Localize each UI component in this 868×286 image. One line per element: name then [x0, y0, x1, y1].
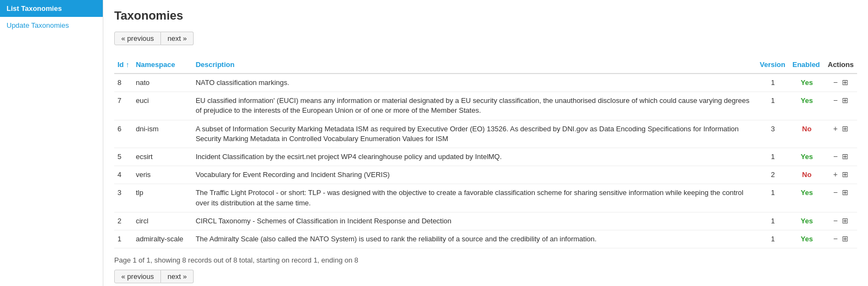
- cell-id: 3: [114, 184, 133, 212]
- sidebar-active-item: List Taxonomies: [0, 0, 103, 17]
- cell-description: The Traffic Light Protocol - or short: T…: [193, 184, 757, 212]
- cell-namespace: admiralty-scale: [133, 230, 193, 248]
- cell-version: 1: [757, 74, 789, 92]
- cell-enabled: No: [789, 166, 824, 184]
- cell-description: Incident Classification by the ecsirt.ne…: [193, 148, 757, 166]
- table-header-row: Id ↑ Namespace Description Version Enabl…: [114, 56, 857, 74]
- page-info: Page 1 of 1, showing 8 records out of 8 …: [114, 256, 857, 264]
- toggle-enabled-button[interactable]: −: [832, 152, 839, 161]
- col-namespace[interactable]: Namespace: [133, 56, 193, 74]
- cell-namespace: euci: [133, 92, 193, 120]
- cell-namespace: circl: [133, 212, 193, 230]
- cell-enabled: Yes: [789, 184, 824, 212]
- cell-version: 1: [757, 148, 789, 166]
- cell-actions: − ⊞: [824, 230, 857, 248]
- cell-description: A subset of Information Security Marking…: [193, 120, 757, 148]
- col-enabled[interactable]: Enabled: [789, 56, 824, 74]
- page-title: Taxonomies: [114, 9, 857, 23]
- table-row: 1 admiralty-scale The Admiralty Scale (a…: [114, 230, 857, 248]
- view-details-button[interactable]: ⊞: [841, 152, 850, 161]
- table-row: 2 circl CIRCL Taxonomy - Schemes of Clas…: [114, 212, 857, 230]
- view-details-button[interactable]: ⊞: [841, 78, 850, 87]
- previous-button-bottom[interactable]: « previous: [114, 270, 161, 283]
- sidebar-item-update-taxonomies[interactable]: Update Taxonomies: [0, 17, 103, 34]
- cell-actions: − ⊞: [824, 148, 857, 166]
- cell-id: 6: [114, 120, 133, 148]
- main-content: Taxonomies « previous next » Id ↑ Namesp…: [103, 0, 868, 286]
- table-row: 8 nato NATO classification markings. 1 Y…: [114, 74, 857, 92]
- cell-description: The Admiralty Scale (also called the NAT…: [193, 230, 757, 248]
- cell-enabled: Yes: [789, 230, 824, 248]
- cell-namespace: nato: [133, 74, 193, 92]
- toggle-enabled-button[interactable]: −: [832, 188, 839, 197]
- cell-namespace: tlp: [133, 184, 193, 212]
- cell-actions: + ⊞: [824, 166, 857, 184]
- cell-id: 4: [114, 166, 133, 184]
- cell-id: 2: [114, 212, 133, 230]
- pagination-bottom: « previous next »: [114, 270, 857, 283]
- cell-version: 1: [757, 230, 789, 248]
- cell-version: 1: [757, 212, 789, 230]
- table-row: 7 euci EU classified information' (EUCI)…: [114, 92, 857, 120]
- cell-version: 3: [757, 120, 789, 148]
- cell-description: NATO classification markings.: [193, 74, 757, 92]
- col-version[interactable]: Version: [757, 56, 789, 74]
- cell-description: CIRCL Taxonomy - Schemes of Classificati…: [193, 212, 757, 230]
- view-details-button[interactable]: ⊞: [841, 216, 850, 225]
- cell-enabled: Yes: [789, 74, 824, 92]
- cell-enabled: Yes: [789, 212, 824, 230]
- pagination-top: « previous next »: [114, 32, 857, 45]
- table-body: 8 nato NATO classification markings. 1 Y…: [114, 74, 857, 248]
- cell-description: EU classified information' (EUCI) means …: [193, 92, 757, 120]
- cell-enabled: Yes: [789, 92, 824, 120]
- cell-id: 1: [114, 230, 133, 248]
- cell-id: 8: [114, 74, 133, 92]
- view-details-button[interactable]: ⊞: [841, 234, 850, 243]
- table-row: 5 ecsirt Incident Classification by the …: [114, 148, 857, 166]
- cell-actions: − ⊞: [824, 212, 857, 230]
- toggle-enabled-button[interactable]: +: [832, 124, 839, 133]
- view-details-button[interactable]: ⊞: [841, 96, 850, 105]
- cell-actions: − ⊞: [824, 184, 857, 212]
- col-id[interactable]: Id ↑: [114, 56, 133, 74]
- previous-button[interactable]: « previous: [114, 32, 161, 45]
- toggle-enabled-button[interactable]: −: [832, 234, 839, 243]
- sidebar: List Taxonomies Update Taxonomies: [0, 0, 103, 286]
- cell-id: 5: [114, 148, 133, 166]
- cell-namespace: ecsirt: [133, 148, 193, 166]
- taxonomies-table: Id ↑ Namespace Description Version Enabl…: [114, 56, 857, 248]
- toggle-enabled-button[interactable]: −: [832, 216, 839, 225]
- cell-description: Vocabulary for Event Recording and Incid…: [193, 166, 757, 184]
- table-row: 3 tlp The Traffic Light Protocol - or sh…: [114, 184, 857, 212]
- cell-namespace: dni-ism: [133, 120, 193, 148]
- cell-namespace: veris: [133, 166, 193, 184]
- table-row: 6 dni-ism A subset of Information Securi…: [114, 120, 857, 148]
- next-button[interactable]: next »: [161, 32, 194, 45]
- next-button-bottom[interactable]: next »: [161, 270, 194, 283]
- cell-version: 1: [757, 184, 789, 212]
- toggle-enabled-button[interactable]: −: [832, 96, 839, 105]
- col-description: Description: [193, 56, 757, 74]
- cell-actions: − ⊞: [824, 74, 857, 92]
- toggle-enabled-button[interactable]: +: [832, 170, 839, 179]
- view-details-button[interactable]: ⊞: [841, 124, 850, 133]
- cell-actions: + ⊞: [824, 120, 857, 148]
- col-actions: Actions: [824, 56, 857, 74]
- cell-actions: − ⊞: [824, 92, 857, 120]
- cell-enabled: Yes: [789, 148, 824, 166]
- table-row: 4 veris Vocabulary for Event Recording a…: [114, 166, 857, 184]
- cell-id: 7: [114, 92, 133, 120]
- cell-enabled: No: [789, 120, 824, 148]
- view-details-button[interactable]: ⊞: [841, 188, 850, 197]
- view-details-button[interactable]: ⊞: [841, 170, 850, 179]
- cell-version: 1: [757, 92, 789, 120]
- toggle-enabled-button[interactable]: −: [832, 78, 839, 87]
- cell-version: 2: [757, 166, 789, 184]
